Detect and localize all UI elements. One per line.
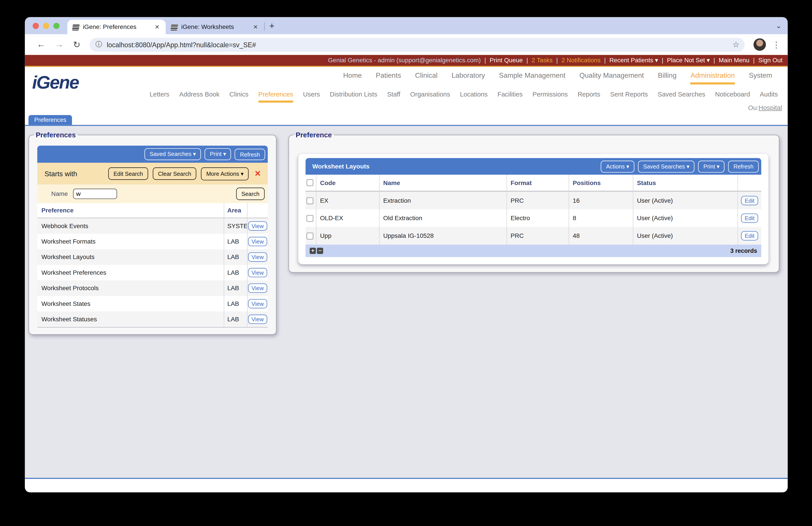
sub-nav-distribution-lists[interactable]: Distribution Lists xyxy=(330,91,377,98)
address-bar[interactable]: ⓘ localhost:8080/App/App.html?null&local… xyxy=(90,38,745,52)
row-checkbox[interactable] xyxy=(306,215,313,222)
column-header-format[interactable]: Format xyxy=(506,175,569,191)
clear-search-button[interactable]: Clear Search xyxy=(153,167,197,180)
maximize-window-button[interactable] xyxy=(54,23,60,29)
column-header-status[interactable]: Status xyxy=(633,175,737,191)
tab-search-chevron-icon[interactable]: ⌄ xyxy=(776,22,782,30)
url-text[interactable]: localhost:8080/App/App.html?null&locale=… xyxy=(107,41,733,48)
view-button[interactable]: View xyxy=(248,252,267,262)
sub-nav-permissions[interactable]: Permissions xyxy=(533,91,568,98)
select-all-checkbox[interactable] xyxy=(306,179,313,186)
bookmark-star-icon[interactable]: ☆ xyxy=(733,40,740,49)
column-header-name[interactable]: Name xyxy=(379,175,506,191)
close-tab-icon[interactable]: ✕ xyxy=(251,23,260,31)
edit-button[interactable]: Edit xyxy=(741,231,758,241)
main-menu-link[interactable]: Main Menu xyxy=(719,56,749,63)
sub-nav-noticeboard[interactable]: Noticeboard xyxy=(715,91,750,98)
place-menu[interactable]: Place Not Set ▾ xyxy=(667,56,710,63)
close-search-icon[interactable]: ✕ xyxy=(255,169,261,178)
minimize-window-button[interactable] xyxy=(43,23,49,29)
main-nav-clinical[interactable]: Clinical xyxy=(415,72,437,79)
browser-menu-icon[interactable]: ⋮ xyxy=(772,40,781,50)
print-queue-link[interactable]: Print Queue xyxy=(490,56,523,63)
refresh-button[interactable]: Refresh xyxy=(235,148,265,160)
remove-record-icon[interactable]: − xyxy=(317,248,323,254)
site-info-icon[interactable]: ⓘ xyxy=(95,40,102,49)
name-label: Name xyxy=(51,190,68,197)
more-actions-button[interactable]: More Actions ▾ xyxy=(201,167,249,180)
name-cell: Extraction xyxy=(379,192,506,209)
browser-profile-avatar[interactable] xyxy=(754,39,766,51)
browser-toolbar: ← → ↻ ⓘ localhost:8080/App/App.html?null… xyxy=(25,34,788,55)
sub-nav-letters[interactable]: Letters xyxy=(149,91,170,98)
account-info: Genial Genetics - admin (support@genialg… xyxy=(328,56,481,63)
view-button[interactable]: View xyxy=(248,284,267,293)
sub-nav-users[interactable]: Users xyxy=(303,91,320,98)
close-window-button[interactable] xyxy=(33,23,39,29)
row-checkbox[interactable] xyxy=(306,232,313,239)
sub-nav-sent-reports[interactable]: Sent Reports xyxy=(610,91,648,98)
main-nav-billing[interactable]: Billing xyxy=(658,72,677,79)
sub-nav-clinics[interactable]: Clinics xyxy=(230,91,248,98)
column-header-preference[interactable]: Preference xyxy=(37,207,224,214)
notifications-link[interactable]: 2 Notifications xyxy=(562,56,600,63)
ou-hospital-link[interactable]: Hospital xyxy=(758,104,782,112)
browser-tab-preferences[interactable]: iGene: Preferences ✕ xyxy=(67,20,166,34)
print-button[interactable]: Print ▾ xyxy=(205,148,231,160)
new-tab-button[interactable]: + xyxy=(269,21,274,32)
close-tab-icon[interactable]: ✕ xyxy=(153,23,161,31)
refresh-button[interactable]: Refresh xyxy=(728,160,758,172)
saved-searches-button[interactable]: Saved Searches ▾ xyxy=(638,160,695,172)
preference-cell: Worksheet States xyxy=(37,300,224,308)
sub-nav-address-book[interactable]: Address Book xyxy=(179,91,220,98)
column-header-code[interactable]: Code xyxy=(316,175,379,191)
sub-nav-audits[interactable]: Audits xyxy=(760,91,778,98)
sub-nav-reports[interactable]: Reports xyxy=(578,91,600,98)
tasks-link[interactable]: 2 Tasks xyxy=(532,56,552,63)
table-row: Worksheet Layouts LAB View xyxy=(37,249,267,265)
view-button[interactable]: View xyxy=(248,268,267,277)
browser-tab-worksheets[interactable]: iGene: Worksheets ✕ xyxy=(166,20,264,34)
search-button[interactable]: Search xyxy=(236,188,265,200)
actions-button[interactable]: Actions ▾ xyxy=(601,160,634,172)
row-checkbox[interactable] xyxy=(306,197,313,204)
edit-search-button[interactable]: Edit Search xyxy=(108,167,148,180)
main-nav-quality-management[interactable]: Quality Management xyxy=(579,72,644,79)
main-nav-home[interactable]: Home xyxy=(343,72,362,79)
sub-nav-staff[interactable]: Staff xyxy=(387,91,400,98)
preference-cell: Worksheet Protocols xyxy=(37,284,224,292)
back-icon[interactable]: ← xyxy=(37,39,46,50)
saved-searches-button[interactable]: Saved Searches ▾ xyxy=(145,148,201,160)
add-record-icon[interactable]: + xyxy=(309,248,316,254)
edit-button[interactable]: Edit xyxy=(741,214,758,223)
sub-nav-saved-searches[interactable]: Saved Searches xyxy=(658,91,705,98)
name-input[interactable] xyxy=(73,188,117,199)
area-cell: LAB xyxy=(224,265,247,280)
main-nav-system[interactable]: System xyxy=(749,72,772,79)
main-nav-laboratory[interactable]: Laboratory xyxy=(451,72,485,79)
reload-icon[interactable]: ↻ xyxy=(73,39,80,50)
column-header-positions[interactable]: Positions xyxy=(569,175,633,191)
sub-nav-locations[interactable]: Locations xyxy=(460,91,488,98)
sub-nav-organisations[interactable]: Organisations xyxy=(410,91,450,98)
edit-button[interactable]: Edit xyxy=(741,196,758,205)
column-header-area[interactable]: Area xyxy=(224,203,247,218)
view-button[interactable]: View xyxy=(248,221,267,230)
recent-patients-menu[interactable]: Recent Patients ▾ xyxy=(609,56,658,63)
preference-detail-panel: Preference Worksheet Layouts Actions ▾ S… xyxy=(288,131,779,273)
name-cell: Old Extraction xyxy=(379,209,506,227)
main-nav-patients[interactable]: Patients xyxy=(376,72,401,79)
view-button[interactable]: View xyxy=(248,299,267,308)
sub-nav-preferences[interactable]: Preferences xyxy=(258,91,293,103)
main-nav-sample-management[interactable]: Sample Management xyxy=(499,72,565,79)
forward-icon[interactable]: → xyxy=(55,39,64,50)
main-nav-administration[interactable]: Administration xyxy=(691,72,735,85)
view-button[interactable]: View xyxy=(248,237,267,246)
view-button[interactable]: View xyxy=(248,315,267,324)
page-tab-preferences[interactable]: Preferences xyxy=(28,115,72,125)
sign-out-link[interactable]: Sign Out xyxy=(758,56,783,63)
code-cell: OLD-EX xyxy=(316,209,379,227)
sub-nav-facilities[interactable]: Facilities xyxy=(497,91,523,98)
tab-title: iGene: Worksheets xyxy=(181,24,251,31)
print-button[interactable]: Print ▾ xyxy=(698,160,725,172)
